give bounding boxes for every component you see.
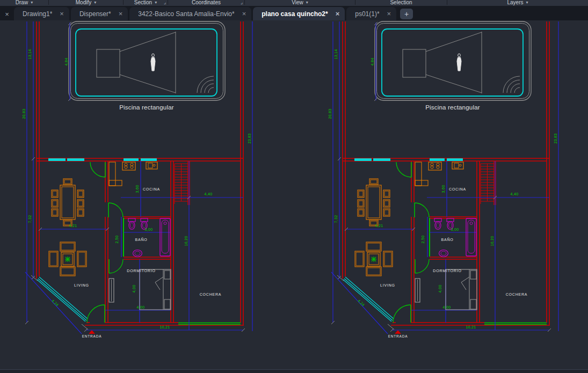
dim-pool-height: 4,84 [64, 58, 68, 66]
document-tab-bar: × Drawing1* × Dispenser* × 3422-Basico S… [0, 6, 588, 20]
tab-label: Dispenser* [79, 10, 111, 18]
tab-dispenser[interactable]: Dispenser* × [71, 7, 128, 20]
tab-ps01-1[interactable]: ps01(1)* × [346, 7, 396, 20]
panel-label: View [292, 0, 303, 6]
dropdown-caret-icon: ▾ [155, 0, 157, 6]
dim-dorm-width: 4,00 [443, 305, 451, 309]
dim-living-section: 7,32 [334, 215, 338, 223]
dropdown-caret-icon: ▾ [31, 0, 33, 6]
dim-cochera-width: 4,40 [205, 192, 213, 196]
tab-plano-casa-quincho2[interactable]: plano casa quincho2* × [253, 7, 345, 20]
tab-3422-basico-santa-amalia[interactable]: 3422-Basico Santa Amalia-Envio* × [129, 7, 251, 20]
dim-house-width: 10,21 [466, 325, 476, 329]
room-label-cochera: COCHERA [200, 292, 222, 296]
dim-bath-height: 2,50 [421, 236, 425, 244]
ribbon-panel-selection[interactable]: Selection [355, 0, 447, 5]
room-label-dormitorio: DORMITORIO [433, 269, 461, 273]
pool-label: Piscina rectangular [119, 104, 174, 111]
dim-dorm-height: 4,00 [438, 285, 442, 293]
room-label-living: LIVING [380, 283, 395, 287]
panel-expander-icon[interactable]: ⌟ [241, 0, 243, 5]
dim-bath-width: 3,00 [145, 228, 153, 231]
ribbon-panel-layers[interactable]: Layers▾ [447, 0, 588, 5]
tab-label: 3422-Basico Santa Amalia-Envio* [138, 10, 234, 18]
dim-living-width: 4,21 [375, 224, 383, 228]
ribbon-panel-draw[interactable]: Draw▾ [0, 0, 49, 5]
dropdown-caret-icon: ▾ [526, 0, 528, 6]
room-label-living: LIVING [74, 283, 89, 287]
tab-close-icon[interactable]: × [336, 10, 340, 18]
dim-cochera-height: 10,20 [490, 236, 494, 246]
dim-site-left: 20,83 [328, 108, 332, 119]
dropdown-caret-icon: ▾ [306, 0, 308, 6]
tab-close-icon[interactable]: × [119, 10, 123, 18]
dim-dorm-height: 4,00 [132, 285, 136, 293]
ribbon-panel-section[interactable]: Section▾ ⌟ [124, 0, 168, 5]
tab-label: plano casa quincho2* [262, 10, 328, 18]
pool-label: Piscina rectangular [425, 104, 480, 111]
cad-canvas[interactable]: Piscina rectangularCOCINABAÑODORMITORIOL… [0, 20, 588, 369]
status-bar [0, 369, 588, 373]
room-label-cochera: COCHERA [506, 292, 528, 296]
dim-diagonal-window: 4,24 [357, 299, 366, 307]
room-label-dormitorio: DORMITORIO [127, 269, 155, 273]
tab-close-icon[interactable]: × [387, 10, 391, 18]
panel-label: Draw [16, 0, 28, 6]
dim-site-right: 23,83 [248, 133, 251, 143]
room-label-bano: BAÑO [441, 237, 453, 242]
dim-pool-height: 4,84 [371, 58, 374, 66]
dim-site-left: 20,83 [22, 108, 26, 119]
room-label-entrada: ENTRADA [82, 334, 102, 338]
floor-plan-copy-left: Piscina rectangularCOCINABAÑODORMITORIOL… [22, 21, 252, 338]
dim-house-width: 10,21 [159, 325, 170, 329]
tab-close-icon[interactable]: × [1, 8, 13, 20]
room-label-entrada: ENTRADA [388, 334, 408, 338]
dim-cochera-width: 4,40 [511, 192, 519, 196]
dim-kitchen-depth: 3,60 [135, 185, 139, 193]
dim-site-right: 23,83 [554, 133, 557, 143]
drawing-viewport: Piscina rectangularCOCINABAÑODORMITORIOL… [0, 20, 588, 369]
ribbon-panel-modify[interactable]: Modify▾ [49, 0, 124, 5]
new-tab-button[interactable]: + [400, 9, 413, 19]
dim-living-width: 4,21 [69, 224, 77, 228]
dim-bath-width: 3,00 [451, 228, 459, 231]
panel-expander-icon[interactable]: ⌟ [164, 0, 166, 5]
tab-drawing1[interactable]: Drawing1* × [14, 7, 69, 20]
dim-dorm-width: 4,00 [137, 305, 145, 309]
room-label-bano: BAÑO [135, 237, 147, 242]
dim-bath-height: 2,50 [115, 236, 119, 244]
ribbon-panel-view[interactable]: View▾ [245, 0, 355, 5]
room-label-cocina: COCINA [449, 187, 466, 191]
panel-label: Coordinates [192, 0, 221, 6]
dim-cochera-height: 10,20 [184, 236, 188, 246]
ribbon-panel-coordinates[interactable]: Coordinates ⌟ [168, 0, 245, 5]
dim-pool-section: 13,14 [28, 49, 32, 59]
tab-label: ps01(1)* [355, 10, 379, 18]
tab-close-icon[interactable]: × [242, 10, 246, 18]
panel-label: Modify [76, 0, 91, 6]
ribbon-bar: Draw▾ Modify▾ Section▾ ⌟ Coordinates ⌟ V… [0, 0, 588, 6]
dim-pool-section: 13,14 [334, 49, 338, 59]
dim-living-section: 7,32 [28, 215, 32, 223]
tab-close-icon[interactable]: × [60, 10, 64, 18]
panel-label: Section [134, 0, 152, 6]
dropdown-caret-icon: ▾ [94, 0, 96, 6]
dim-diagonal-window: 4,24 [51, 299, 60, 307]
floor-plan-copy-right: Piscina rectangularCOCINABAÑODORMITORIOL… [328, 21, 558, 338]
panel-label: Selection [390, 0, 412, 6]
room-label-cocina: COCINA [143, 187, 160, 191]
panel-label: Layers [507, 0, 523, 6]
dim-kitchen-depth: 3,60 [441, 185, 445, 193]
tab-label: Drawing1* [23, 10, 52, 18]
